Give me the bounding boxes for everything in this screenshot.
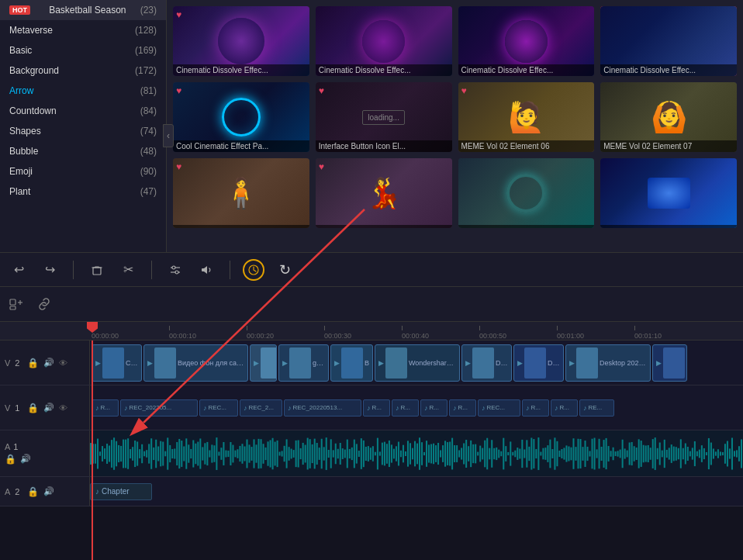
svg-rect-200	[528, 446, 530, 460]
audio-file-chip[interactable]: ♪ R...	[522, 399, 549, 417]
chapter-chip[interactable]: ♪ Chapter	[90, 483, 152, 500]
chapter-music-icon: ♪	[95, 487, 99, 496]
video-chip[interactable]: ▶ Видео фон для сайта - Рабо...	[143, 344, 248, 382]
svg-rect-233	[606, 437, 607, 468]
heart-icon-5[interactable]: ♥	[176, 85, 181, 96]
track-v2-eye[interactable]: 👁	[59, 358, 67, 368]
grid-item-8[interactable]: 🙆 MEME Vol 02 Element 07	[600, 82, 737, 152]
svg-rect-247	[638, 439, 640, 468]
heart-icon-6[interactable]: ♥	[319, 85, 324, 96]
svg-rect-75	[237, 449, 238, 458]
audio-file-chip[interactable]: ♪ R...	[420, 399, 448, 417]
track-a1-audio[interactable]: 🔊	[20, 454, 31, 465]
track-v2-lock[interactable]: 🔒	[27, 358, 39, 368]
svg-rect-181	[484, 440, 486, 467]
track-v2-audio[interactable]: 🔊	[43, 358, 54, 368]
grid-item-9[interactable]: 🧍 ♥	[173, 158, 309, 228]
sidebar-collapse-button[interactable]: ‹	[163, 124, 174, 147]
sidebar-item-emoji[interactable]: Emoji(90)	[0, 161, 166, 181]
audio-file-chip[interactable]: ♪ REC_202205...	[120, 399, 198, 417]
audio-file-chip[interactable]: ♪ REC...	[199, 399, 238, 417]
cut-button[interactable]: ✂	[117, 259, 139, 281]
sidebar-item-background[interactable]: Background(172)	[0, 60, 166, 81]
sidebar-item-metaverse[interactable]: Metaverse(128)	[0, 20, 166, 40]
track-v2-label: V	[5, 358, 10, 368]
svg-rect-251	[648, 444, 649, 461]
video-chip[interactable]: ▶ Bn...	[330, 344, 373, 382]
grid-item-7[interactable]: 🙋 ♥ MEME Vol 02 Element 06	[458, 82, 595, 152]
heart-icon-10[interactable]: ♥	[319, 161, 324, 172]
video-chip[interactable]: ▶ Desktop 2022.0...	[565, 344, 651, 382]
track-a2-lock[interactable]: 🔒	[27, 486, 39, 497]
svg-rect-28	[127, 438, 129, 468]
track-a2-audio[interactable]: 🔊	[43, 486, 54, 496]
svg-rect-27	[125, 439, 126, 468]
svg-rect-63	[209, 450, 210, 457]
adjust-button[interactable]	[164, 259, 186, 281]
heart-icon-1[interactable]: ♥	[176, 9, 181, 20]
sidebar-item-plant[interactable]: Plant(47)	[0, 181, 166, 202]
track-a1-lock[interactable]: 🔒	[5, 454, 16, 465]
speed-button[interactable]	[243, 259, 264, 281]
grid-item-11[interactable]	[458, 158, 595, 228]
undo-button[interactable]: ↩	[8, 259, 29, 281]
audio-file-chip[interactable]: ♪ R...	[392, 399, 419, 417]
grid-item-6[interactable]: loading... ♥ Interface Button Icon El...	[316, 82, 452, 152]
grid-item-3[interactable]: Cinematic Dissolve Effec...	[458, 6, 595, 76]
audio-file-chip[interactable]: ♪ RE...	[579, 399, 614, 417]
video-chip[interactable]: ▶ girl_...	[278, 344, 329, 382]
grid-item-5[interactable]: ♥ Cool Cinematic Effect Pa...	[173, 82, 309, 152]
audio-file-chip[interactable]: ♪ R...	[92, 399, 119, 417]
track-v1-audio[interactable]: 🔊	[43, 403, 54, 413]
sidebar-item-shapes[interactable]: Shapes(74)	[0, 121, 166, 141]
svg-rect-85	[261, 439, 262, 468]
grid-item-1[interactable]: ♥ Cinematic Dissolve Effec...	[173, 6, 309, 76]
audio-file-chip[interactable]: ♪ R...	[551, 399, 578, 417]
svg-rect-270	[692, 448, 693, 459]
svg-rect-109	[316, 442, 318, 464]
svg-rect-0	[93, 268, 101, 275]
audio-file-chip[interactable]: ♪ REC_20220513...	[284, 399, 361, 417]
sidebar-item-basketball[interactable]: HOTBasketball Season(23)	[0, 0, 166, 20]
track-v1-eye[interactable]: 👁	[59, 403, 67, 413]
video-chip[interactable]: ▶ m...	[250, 344, 277, 382]
link-button[interactable]	[34, 294, 54, 314]
audio-file-chip[interactable]: ♪ REC...	[478, 399, 520, 417]
heart-icon-9[interactable]: ♥	[176, 161, 181, 172]
grid-item-12[interactable]	[600, 158, 737, 228]
svg-rect-45	[167, 437, 168, 469]
grid-item-10[interactable]: 💃 ♥	[316, 158, 452, 228]
svg-rect-257	[662, 450, 663, 457]
svg-rect-117	[335, 443, 337, 464]
audio-file-chip[interactable]: ♪ R...	[363, 399, 390, 417]
grid-thumb-10: 💃 ♥	[316, 158, 452, 228]
grid-item-4[interactable]: Cinematic Dissolve Effec...	[600, 6, 737, 76]
video-chip[interactable]: ▶ Des...	[652, 344, 687, 382]
video-chip[interactable]: ▶ Desk...	[461, 344, 512, 382]
rotate-button[interactable]: ↻	[274, 259, 295, 281]
audio-file-chip[interactable]: ♪ REC_2...	[240, 399, 282, 417]
video-chip[interactable]: ▶ Wondershare Filmor...	[375, 344, 460, 382]
track-v1-lock[interactable]: 🔒	[27, 403, 39, 413]
sidebar-item-basic[interactable]: Basic(169)	[0, 40, 166, 60]
svg-rect-272	[696, 451, 698, 455]
svg-rect-194	[514, 450, 516, 457]
svg-rect-162	[440, 450, 441, 457]
sidebar-item-arrow[interactable]: Arrow(81)	[0, 81, 166, 101]
sidebar-item-countdown[interactable]: Countdown(84)	[0, 101, 166, 121]
add-track-button[interactable]	[6, 294, 26, 314]
svg-rect-145	[400, 450, 402, 457]
ruler-mark: 00:00:50	[479, 326, 557, 340]
svg-rect-276	[706, 451, 707, 455]
svg-rect-95	[284, 445, 285, 461]
svg-rect-287	[731, 437, 733, 469]
video-chip[interactable]: ▶ Deskt...	[513, 344, 564, 382]
delete-button[interactable]	[86, 259, 108, 281]
audio-file-chip[interactable]: ♪ R...	[449, 399, 476, 417]
video-chip[interactable]: ▶ Clou...	[92, 344, 142, 382]
redo-button[interactable]: ↪	[39, 259, 60, 281]
heart-icon-7[interactable]: ♥	[461, 85, 467, 96]
grid-item-2[interactable]: Cinematic Dissolve Effec...	[316, 6, 452, 76]
audio-button[interactable]	[195, 259, 217, 281]
sidebar-item-bubble[interactable]: Bubble(48)	[0, 141, 166, 161]
